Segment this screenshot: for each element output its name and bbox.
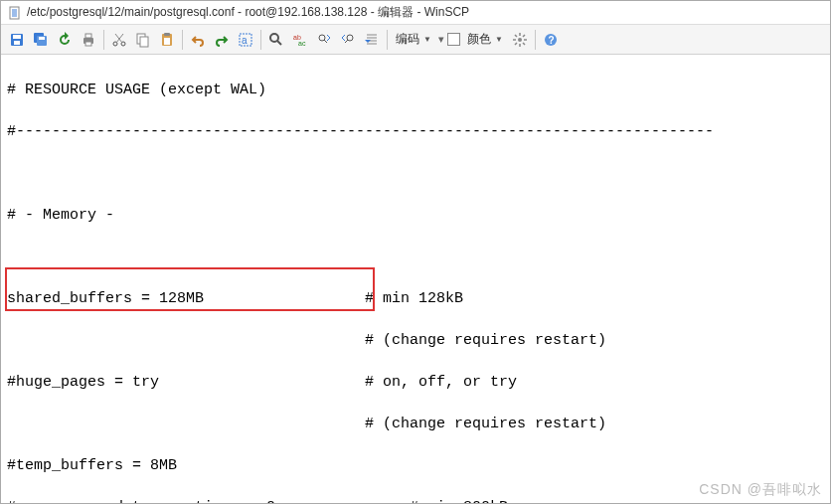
svg-text:?: ? [548,35,554,46]
code-line: # - Memory - [7,205,824,226]
svg-rect-13 [140,37,148,47]
redo-button[interactable] [210,28,234,52]
cut-button[interactable] [107,28,131,52]
window-title: /etc/postgresql/12/main/postgresql.conf … [27,4,469,21]
svg-rect-15 [164,33,170,36]
code-line [7,247,824,267]
svg-rect-9 [85,42,91,46]
encoding-label: 编码 [396,31,419,48]
editor-area[interactable]: # RESOURCE USAGE (except WAL) #---------… [1,55,830,504]
svg-rect-16 [164,38,170,45]
svg-point-25 [518,38,522,42]
code-line: shared_buffers = 128MB # min 128kB [7,288,824,309]
svg-text:a: a [242,35,248,46]
find-next-button[interactable] [312,28,336,52]
encoding-dropdown[interactable]: 编码 ▼ [391,28,436,52]
print-button[interactable] [77,28,100,52]
code-line: # RESOURCE USAGE (except WAL) [7,80,824,100]
file-icon [7,5,23,21]
code-line: #temp_buffers = 8MB [7,455,824,476]
code-line: # (change requires restart) [7,330,824,351]
svg-point-19 [270,34,278,42]
find-button[interactable] [264,28,288,52]
goto-line-button[interactable] [360,28,384,52]
undo-button[interactable] [186,28,210,52]
settings-button[interactable] [508,28,532,52]
copy-button[interactable] [131,28,155,52]
help-button[interactable]: ? [539,28,563,52]
svg-rect-0 [10,7,19,19]
watermark: CSDN @吾啡㕽水 [699,481,822,499]
save-button[interactable] [5,28,29,52]
code-line: #---------------------------------------… [7,121,824,142]
separator [103,30,104,50]
save-all-button[interactable] [29,28,53,52]
code-line: # (change requires restart) [7,414,824,434]
code-line: #huge_pages = try # on, off, or try [7,372,824,393]
svg-rect-6 [39,37,45,40]
toolbar: a abac 编码 ▼ ▾ 颜色 ▼ ? [1,25,830,55]
svg-text:ac: ac [298,40,306,47]
separator [535,30,536,50]
titlebar: /etc/postgresql/12/main/postgresql.conf … [1,1,830,25]
svg-rect-2 [13,35,21,39]
replace-button[interactable]: abac [288,28,312,52]
find-prev-button[interactable] [336,28,360,52]
select-all-button[interactable]: a [234,28,257,52]
dash-separator: ▾ [436,33,446,46]
chevron-down-icon: ▼ [423,35,431,44]
color-label: 颜色 [467,31,491,48]
code-line [7,163,824,184]
svg-rect-3 [14,41,20,45]
svg-rect-24 [448,34,460,46]
color-dropdown[interactable]: 颜色 ▼ [462,28,508,52]
paste-button[interactable] [155,28,179,52]
color-checkbox[interactable] [446,28,462,52]
svg-rect-8 [85,34,91,38]
separator [260,30,261,50]
separator [182,30,183,50]
separator [387,30,388,50]
reload-button[interactable] [53,28,77,52]
chevron-down-icon: ▼ [495,35,503,44]
